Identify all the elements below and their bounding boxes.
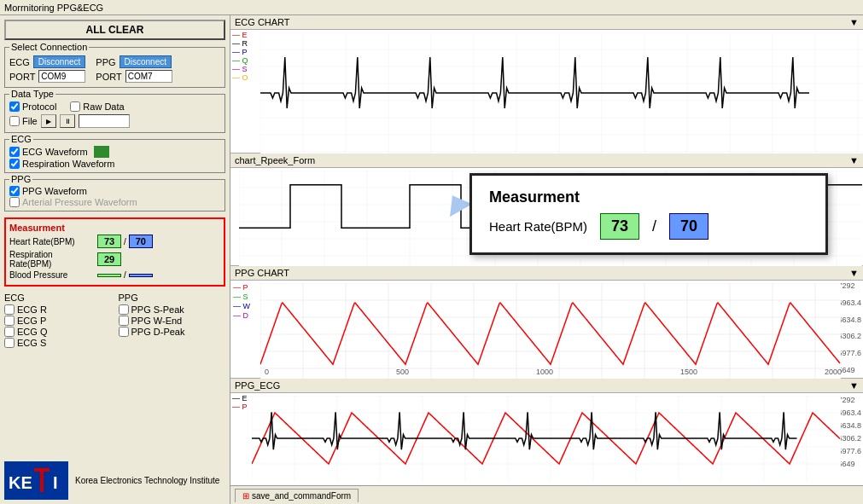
ecg-p-checkbox[interactable] bbox=[4, 316, 15, 326]
ppg-ecg-scroll-arrow[interactable]: ▼ bbox=[849, 380, 859, 391]
ppg-chart-label: PPG CHART ▼ bbox=[230, 266, 863, 281]
arterial-pressure-label: Arterial Pressure Waveform bbox=[22, 197, 137, 207]
heart-rate-separator: / bbox=[124, 237, 126, 246]
ecg-s-label: ECG S bbox=[17, 338, 46, 348]
x-val-2000: 2000 bbox=[825, 368, 842, 376]
file-path-input[interactable] bbox=[79, 114, 130, 128]
file-label: File bbox=[22, 116, 38, 126]
left-panel: ALL CLEAR Select Connection ECG Disconne… bbox=[0, 15, 230, 504]
ecg-section-legend: ECG bbox=[9, 134, 33, 144]
x-val-500: 500 bbox=[396, 368, 409, 376]
ppg-label: PPG bbox=[96, 57, 115, 67]
ppg-section: PPG PPG Waveform Arterial Pressure Wavef… bbox=[4, 179, 225, 211]
ppg-ecg-chart-title: PPG_ECG bbox=[235, 380, 280, 391]
svg-text:I: I bbox=[53, 473, 58, 492]
blood-pressure-value1 bbox=[97, 274, 121, 277]
overlay-hr-val1: 73 bbox=[600, 213, 639, 240]
ppg-wend-label: PPG W-End bbox=[131, 316, 183, 326]
ecg-canvas bbox=[260, 32, 863, 154]
ppg-dpeak-label: PPG D-Peak bbox=[131, 327, 185, 337]
blood-pressure-value2 bbox=[129, 274, 153, 277]
ppg-ecg-chart-label: PPG_ECG ▼ bbox=[230, 379, 863, 393]
ppg-disconnect-button[interactable]: Disconnect bbox=[120, 55, 172, 68]
ppg-speak-checkbox[interactable] bbox=[119, 304, 129, 315]
tab-label: save_and_commandForm bbox=[252, 491, 351, 501]
respiration-waveform-checkbox[interactable] bbox=[9, 159, 20, 169]
ecg-chart-container: ECG CHART ▼ — E — R — P — Q — S — O bbox=[230, 15, 863, 154]
tab-icon: ⊞ bbox=[242, 491, 249, 501]
blood-pressure-separator: / bbox=[124, 270, 126, 280]
all-clear-button[interactable]: ALL CLEAR bbox=[4, 20, 225, 40]
rpeek-scroll-arrow[interactable]: ▼ bbox=[849, 155, 859, 165]
ecg-p-label: ECG P bbox=[17, 316, 46, 326]
ecg-r-checkbox[interactable] bbox=[4, 304, 15, 315]
overlay-hr-label: Heart Rate(BPM) bbox=[489, 219, 587, 234]
ecg-chart-title: ECG CHART bbox=[235, 17, 290, 27]
connection-legend: Select Connection bbox=[9, 42, 89, 52]
ecg-disconnect-button[interactable]: Disconnect bbox=[33, 55, 85, 68]
ecg-color-box bbox=[94, 146, 109, 158]
arterial-pressure-checkbox[interactable] bbox=[9, 197, 20, 207]
ecg-port-input[interactable] bbox=[38, 70, 85, 83]
raw-data-checkbox[interactable] bbox=[70, 101, 80, 112]
play-button[interactable]: ▶ bbox=[41, 114, 56, 128]
ppg-port-input[interactable] bbox=[125, 70, 172, 83]
ecg-waveform-checkbox[interactable] bbox=[9, 147, 20, 157]
svg-rect-2 bbox=[40, 468, 44, 492]
keti-text: Korea Electronics Technology Institute bbox=[75, 475, 219, 487]
blood-pressure-label: Blood Pressure bbox=[9, 270, 95, 280]
ecg-legend: — E — R — P — Q — S — O bbox=[232, 31, 248, 82]
ecg-chart-label: ECG CHART ▼ bbox=[230, 15, 863, 30]
ppg-port-label: PORT bbox=[96, 72, 121, 82]
overlay-separator: / bbox=[652, 217, 656, 235]
ecg-waveform-label: ECG Waveform bbox=[22, 147, 88, 157]
title-bar: Morrnitoring PPG&ECG bbox=[0, 0, 863, 15]
ppg-ecg-legend: — E — P bbox=[232, 394, 248, 411]
ppg-speak-label: PPG S-Peak bbox=[131, 304, 184, 315]
data-type-section: Data Type Protocol Raw Data File bbox=[4, 94, 225, 133]
x-val-1000: 1000 bbox=[536, 368, 553, 376]
heart-rate-value2: 70 bbox=[129, 235, 153, 248]
ecg-s-checkbox[interactable] bbox=[4, 338, 15, 348]
pause-button[interactable]: ⏸ bbox=[60, 114, 75, 128]
measurement-title: Measurment bbox=[9, 223, 220, 233]
respiration-value: 29 bbox=[97, 252, 121, 266]
ppg-checkboxes-col: PPG PPG S-Peak PPG W-End PPG D-Peak bbox=[119, 293, 226, 349]
ecg-col-label: ECG bbox=[4, 293, 112, 303]
ecg-checkboxes-col: ECG ECG R ECG P ECG Q ECG S bbox=[4, 293, 112, 349]
ppg-scroll-arrow[interactable]: ▼ bbox=[849, 268, 859, 278]
ecg-label: ECG bbox=[9, 57, 30, 67]
ecg-q-checkbox[interactable] bbox=[4, 327, 15, 337]
ecg-scroll-arrow[interactable]: ▼ bbox=[849, 17, 859, 27]
heart-rate-label: Heart Rate(BPM) bbox=[9, 237, 95, 246]
ecg-r-label: ECG R bbox=[17, 304, 47, 315]
ppg-wend-checkbox[interactable] bbox=[119, 316, 129, 326]
overlay-measurement: Measurment Heart Rate(BPM) 73 / 70 bbox=[469, 173, 828, 255]
overlay-title: Measurment bbox=[489, 188, 808, 206]
ppg-dpeak-checkbox[interactable] bbox=[119, 327, 129, 337]
rpeek-chart-title: chart_Rpeek_Form bbox=[235, 155, 315, 165]
save-command-tab[interactable]: ⊞ save_and_commandForm bbox=[235, 489, 359, 502]
keti-logo: KE I bbox=[4, 461, 68, 500]
checkbox-columns: ECG ECG R ECG P ECG Q ECG S PPG PPG S-Pe… bbox=[4, 293, 225, 349]
right-panel: ECG CHART ▼ — E — R — P — Q — S — O char… bbox=[230, 15, 863, 504]
protocol-checkbox[interactable] bbox=[9, 101, 20, 112]
svg-rect-3 bbox=[34, 468, 50, 472]
ppg-waveform-checkbox[interactable] bbox=[9, 186, 20, 196]
file-checkbox[interactable] bbox=[9, 116, 20, 126]
data-type-legend: Data Type bbox=[9, 89, 55, 99]
ppg-section-legend: PPG bbox=[9, 174, 32, 184]
ppg-col-label: PPG bbox=[119, 293, 226, 303]
bottom-tab-bar: ⊞ save_and_commandForm bbox=[230, 485, 863, 504]
respiration-waveform-label: Respiration Waveform bbox=[22, 159, 114, 169]
ppg-canvas bbox=[260, 283, 841, 379]
ppg-chart-container: PPG CHART ▼ — P — S — W — D 17292 16963.… bbox=[230, 266, 863, 379]
ppg-chart-legend: — P — S — W — D bbox=[233, 283, 250, 320]
raw-data-label: Raw Data bbox=[83, 101, 124, 112]
keti-logo-area: KE I Korea Electronics Technology Instit… bbox=[4, 457, 225, 500]
ppg-ecg-canvas bbox=[252, 396, 841, 481]
heart-rate-value1: 73 bbox=[97, 235, 121, 248]
rpeek-chart-label: chart_Rpeek_Form ▼ bbox=[230, 154, 863, 168]
x-val-0: 0 bbox=[265, 368, 269, 376]
title-text: Morrnitoring PPG&ECG bbox=[4, 3, 103, 13]
